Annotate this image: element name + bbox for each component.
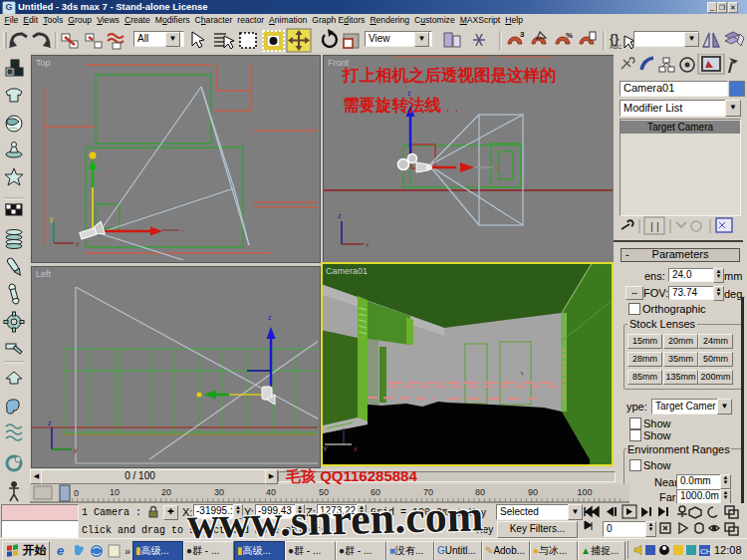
svg-text:y: y [50,215,54,223]
svg-text:x: x [354,445,358,452]
svg-text:| |: | | [650,220,659,232]
svg-text:y: y [74,446,78,454]
svg-text:20: 20 [161,487,171,497]
svg-text:x: x [496,164,500,171]
svg-text:x: x [181,227,185,234]
svg-text:x: x [76,240,80,247]
svg-text:10: 10 [110,487,120,497]
svg-text:ABC: ABC [610,44,622,50]
svg-text:CH: CH [700,547,712,556]
svg-text:z: z [48,420,52,426]
svg-text:z: z [268,314,272,321]
svg-text:90: 90 [528,487,538,497]
svg-text:3: 3 [520,30,525,39]
svg-text:z: z [338,212,342,219]
svg-text:30: 30 [214,487,224,497]
svg-text:e: e [57,543,64,558]
svg-text:0: 0 [74,488,79,498]
svg-text:40: 40 [266,487,276,497]
svg-text:x: x [366,241,370,248]
svg-text:100: 100 [577,487,592,497]
svg-text:Y: Y [323,445,328,452]
svg-text:%: % [566,31,573,40]
svg-text:»: » [124,545,130,557]
